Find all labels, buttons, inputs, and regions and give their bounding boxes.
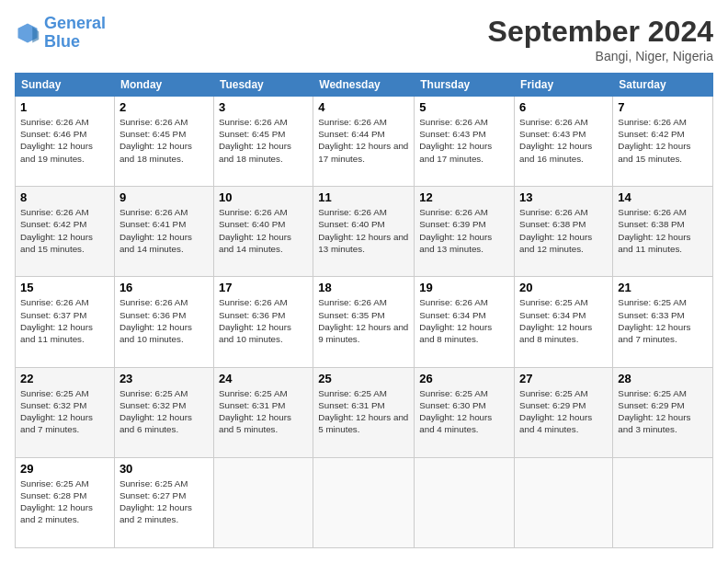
day-info: Sunrise: 6:26 AMSunset: 6:40 PMDaylight:… [318,206,409,255]
day-number: 6 [519,100,608,114]
day-info: Sunrise: 6:26 AMSunset: 6:43 PMDaylight:… [419,116,509,165]
col-thursday: Thursday [415,74,515,97]
calendar-cell: 24Sunrise: 6:25 AMSunset: 6:31 PMDayligh… [213,367,313,457]
day-number: 5 [419,100,509,114]
col-tuesday: Tuesday [213,74,313,97]
calendar-cell: 17Sunrise: 6:26 AMSunset: 6:36 PMDayligh… [213,277,313,367]
calendar-cell [313,457,415,547]
calendar-week-1: 1Sunrise: 6:26 AMSunset: 6:46 PMDaylight… [16,97,713,187]
day-number: 8 [20,190,109,204]
day-info: Sunrise: 6:26 AMSunset: 6:36 PMDaylight:… [119,296,209,345]
calendar-cell [213,457,313,547]
calendar-cell: 5Sunrise: 6:26 AMSunset: 6:43 PMDaylight… [415,97,515,187]
calendar-cell [515,457,613,547]
day-info: Sunrise: 6:26 AMSunset: 6:43 PMDaylight:… [519,116,608,165]
day-info: Sunrise: 6:26 AMSunset: 6:45 PMDaylight:… [119,116,209,165]
day-number: 26 [419,372,509,385]
day-info: Sunrise: 6:26 AMSunset: 6:39 PMDaylight:… [419,206,509,255]
day-info: Sunrise: 6:26 AMSunset: 6:45 PMDaylight:… [219,116,308,165]
day-number: 1 [20,100,109,114]
calendar-cell: 14Sunrise: 6:26 AMSunset: 6:38 PMDayligh… [613,187,713,277]
day-info: Sunrise: 6:26 AMSunset: 6:44 PMDaylight:… [318,116,409,165]
calendar-header-row: Sunday Monday Tuesday Wednesday Thursday… [16,74,713,97]
calendar-cell: 30Sunrise: 6:25 AMSunset: 6:27 PMDayligh… [114,457,213,547]
day-number: 4 [318,100,409,114]
day-info: Sunrise: 6:26 AMSunset: 6:40 PMDaylight:… [219,206,308,255]
col-monday: Monday [114,74,213,97]
calendar-cell: 7Sunrise: 6:26 AMSunset: 6:42 PMDaylight… [613,97,713,187]
calendar-cell: 8Sunrise: 6:26 AMSunset: 6:42 PMDaylight… [16,187,115,277]
logo-icon [15,20,40,46]
day-number: 14 [618,190,708,204]
title-block: September 2024 Bangi, Niger, Nigeria [488,15,713,63]
day-number: 17 [219,281,308,294]
day-number: 21 [618,281,708,294]
day-number: 29 [20,462,109,476]
day-number: 3 [219,100,308,114]
day-info: Sunrise: 6:25 AMSunset: 6:29 PMDaylight:… [519,387,608,436]
day-number: 18 [318,281,409,294]
location: Bangi, Niger, Nigeria [488,49,713,63]
svg-marker-1 [32,27,39,43]
day-number: 28 [618,372,708,385]
calendar-cell: 10Sunrise: 6:26 AMSunset: 6:40 PMDayligh… [213,187,313,277]
col-friday: Friday [515,74,613,97]
day-number: 7 [618,100,708,114]
calendar-cell: 28Sunrise: 6:25 AMSunset: 6:29 PMDayligh… [613,367,713,457]
day-info: Sunrise: 6:25 AMSunset: 6:30 PMDaylight:… [419,387,509,436]
calendar: Sunday Monday Tuesday Wednesday Thursday… [15,73,713,548]
logo-text: General Blue [44,15,106,52]
day-number: 9 [119,190,209,204]
day-info: Sunrise: 6:26 AMSunset: 6:36 PMDaylight:… [219,296,308,345]
calendar-week-4: 22Sunrise: 6:25 AMSunset: 6:32 PMDayligh… [16,367,713,457]
day-number: 11 [318,190,409,204]
day-info: Sunrise: 6:25 AMSunset: 6:34 PMDaylight:… [519,296,608,345]
day-number: 2 [119,100,209,114]
calendar-cell: 15Sunrise: 6:26 AMSunset: 6:37 PMDayligh… [16,277,115,367]
calendar-cell: 3Sunrise: 6:26 AMSunset: 6:45 PMDaylight… [213,97,313,187]
calendar-cell: 20Sunrise: 6:25 AMSunset: 6:34 PMDayligh… [515,277,613,367]
day-info: Sunrise: 6:25 AMSunset: 6:31 PMDaylight:… [318,387,409,436]
calendar-cell: 23Sunrise: 6:25 AMSunset: 6:32 PMDayligh… [114,367,213,457]
day-number: 22 [20,372,109,385]
calendar-cell: 19Sunrise: 6:26 AMSunset: 6:34 PMDayligh… [415,277,515,367]
day-number: 16 [119,281,209,294]
day-info: Sunrise: 6:26 AMSunset: 6:35 PMDaylight:… [318,296,409,345]
day-number: 23 [119,372,209,385]
day-info: Sunrise: 6:26 AMSunset: 6:42 PMDaylight:… [618,116,708,165]
calendar-cell: 26Sunrise: 6:25 AMSunset: 6:30 PMDayligh… [415,367,515,457]
day-number: 30 [119,462,209,476]
day-info: Sunrise: 6:25 AMSunset: 6:27 PMDaylight:… [119,477,209,526]
day-info: Sunrise: 6:26 AMSunset: 6:34 PMDaylight:… [419,296,509,345]
day-number: 13 [519,190,608,204]
calendar-cell: 11Sunrise: 6:26 AMSunset: 6:40 PMDayligh… [313,187,415,277]
calendar-cell: 21Sunrise: 6:25 AMSunset: 6:33 PMDayligh… [613,277,713,367]
calendar-cell: 16Sunrise: 6:26 AMSunset: 6:36 PMDayligh… [114,277,213,367]
calendar-cell: 18Sunrise: 6:26 AMSunset: 6:35 PMDayligh… [313,277,415,367]
day-number: 12 [419,190,509,204]
calendar-week-5: 29Sunrise: 6:25 AMSunset: 6:28 PMDayligh… [16,457,713,547]
calendar-week-3: 15Sunrise: 6:26 AMSunset: 6:37 PMDayligh… [16,277,713,367]
day-info: Sunrise: 6:26 AMSunset: 6:38 PMDaylight:… [618,206,708,255]
day-info: Sunrise: 6:25 AMSunset: 6:28 PMDaylight:… [20,477,109,526]
day-info: Sunrise: 6:25 AMSunset: 6:32 PMDaylight:… [20,387,109,436]
day-number: 27 [519,372,608,385]
col-sunday: Sunday [16,74,115,97]
day-info: Sunrise: 6:25 AMSunset: 6:32 PMDaylight:… [119,387,209,436]
calendar-cell: 25Sunrise: 6:25 AMSunset: 6:31 PMDayligh… [313,367,415,457]
day-info: Sunrise: 6:26 AMSunset: 6:42 PMDaylight:… [20,206,109,255]
day-info: Sunrise: 6:26 AMSunset: 6:41 PMDaylight:… [119,206,209,255]
day-number: 25 [318,372,409,385]
calendar-cell: 6Sunrise: 6:26 AMSunset: 6:43 PMDaylight… [515,97,613,187]
calendar-cell: 1Sunrise: 6:26 AMSunset: 6:46 PMDaylight… [16,97,115,187]
calendar-cell: 27Sunrise: 6:25 AMSunset: 6:29 PMDayligh… [515,367,613,457]
day-info: Sunrise: 6:26 AMSunset: 6:38 PMDaylight:… [519,206,608,255]
day-info: Sunrise: 6:25 AMSunset: 6:33 PMDaylight:… [618,296,708,345]
day-number: 10 [219,190,308,204]
calendar-cell: 13Sunrise: 6:26 AMSunset: 6:38 PMDayligh… [515,187,613,277]
day-number: 15 [20,281,109,294]
calendar-cell [415,457,515,547]
header: General Blue September 2024 Bangi, Niger… [15,15,713,63]
col-saturday: Saturday [613,74,713,97]
day-number: 20 [519,281,608,294]
